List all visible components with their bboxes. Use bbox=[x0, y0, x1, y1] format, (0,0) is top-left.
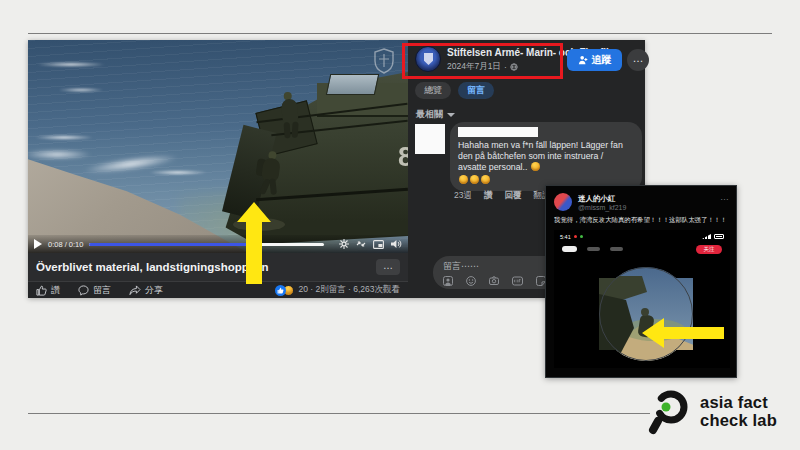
magnifier-logo-icon bbox=[648, 388, 692, 436]
comment-sort-dropdown[interactable]: 最相關 bbox=[416, 108, 455, 121]
tweet-avatar[interactable] bbox=[554, 193, 572, 211]
post-counts: 20 · 2則留言 · 6,263次觀看 bbox=[298, 284, 400, 296]
laughing-emoji bbox=[531, 162, 540, 171]
wave-foam bbox=[28, 150, 92, 159]
follow-person-icon bbox=[578, 55, 588, 65]
comment-like-link[interactable]: 讚 bbox=[484, 190, 493, 202]
annotation-arrow-left bbox=[642, 318, 724, 348]
afcl-logo: asia fact check lab bbox=[648, 386, 794, 438]
whitecap bbox=[58, 88, 104, 92]
facebook-video-player: 8 0:08 / 0:10 bbox=[28, 40, 408, 298]
laughing-emoji bbox=[481, 175, 490, 184]
top-divider bbox=[28, 33, 772, 34]
panel-tabs: 總覽 留言 bbox=[415, 82, 494, 99]
camera-icon[interactable] bbox=[489, 276, 499, 286]
censored-commenter-name bbox=[458, 127, 538, 137]
play-icon[interactable] bbox=[34, 239, 42, 249]
laughing-emoji bbox=[459, 175, 468, 184]
volume-icon[interactable] bbox=[391, 239, 402, 249]
comment-text: Hahaha men va f*n fäll läppen! Lägger fa… bbox=[458, 140, 634, 186]
share-button[interactable]: 分享 bbox=[129, 284, 163, 297]
whitecap bbox=[148, 170, 208, 175]
like-reaction-icon bbox=[275, 285, 286, 296]
video-title-bar: Överblivet material, landstigningshoppsa… bbox=[28, 253, 408, 281]
chevron-down-icon bbox=[447, 113, 455, 117]
miniplayer-icon[interactable] bbox=[356, 239, 366, 249]
video-time: 0:08 / 0:10 bbox=[48, 240, 83, 249]
comment-bubble: Hahaha men va f*n fäll läppen! Lägger fa… bbox=[450, 122, 642, 191]
boat-number: 8 bbox=[398, 142, 408, 173]
military-crest-watermark bbox=[373, 48, 395, 74]
tweet-display-name: 迷人的小紅 bbox=[578, 194, 616, 204]
header-more-button[interactable]: … bbox=[627, 49, 649, 71]
reaction-stats: 20 · 2則留言 · 6,263次觀看 bbox=[275, 284, 400, 296]
emoji-icon[interactable] bbox=[466, 276, 476, 286]
afcl-logo-text: asia fact check lab bbox=[700, 394, 777, 430]
bottom-divider bbox=[28, 413, 650, 414]
red-highlight-box bbox=[402, 43, 563, 79]
video-progress-bar[interactable] bbox=[89, 243, 324, 246]
censored-commenter-avatar bbox=[415, 124, 445, 154]
video-frame[interactable]: 8 bbox=[28, 40, 408, 253]
boat-windshield bbox=[326, 74, 380, 95]
post-action-bar: 讚 留言 分享 20 · 2則留言 · 6,263次觀看 bbox=[28, 281, 408, 298]
soldier-on-ramp bbox=[278, 91, 301, 136]
comment-reply-link[interactable]: 回覆 bbox=[504, 190, 521, 202]
tweet-video-attachment[interactable]: 5:41 关注 bbox=[554, 230, 730, 368]
gif-icon[interactable] bbox=[512, 276, 523, 286]
video-title: Överblivet material, landstigningshoppsa… bbox=[36, 261, 376, 273]
avatar-sticker-icon[interactable] bbox=[443, 276, 453, 286]
like-button[interactable]: 讚 bbox=[36, 284, 60, 297]
video-controls-bar: 0:08 / 0:10 bbox=[28, 235, 408, 253]
laughing-emoji bbox=[470, 175, 479, 184]
video-more-button[interactable]: … bbox=[376, 259, 400, 275]
whitecap bbox=[34, 135, 94, 140]
comment-button[interactable]: 留言 bbox=[78, 284, 111, 297]
follow-button[interactable]: 追蹤 bbox=[567, 49, 622, 71]
whitecap bbox=[36, 62, 106, 67]
tweet-handle: @missm_kf219 bbox=[578, 204, 626, 211]
tab-comments[interactable]: 留言 bbox=[458, 82, 494, 99]
settings-gear-icon[interactable] bbox=[339, 239, 349, 249]
picture-in-picture-icon[interactable] bbox=[373, 240, 384, 249]
tweet-more-button[interactable]: … bbox=[720, 192, 729, 202]
video-progress-played bbox=[89, 243, 253, 246]
tweet-text: 我觉得，湾湾反攻大陆真的有希望！！！这部队太强了！！！ bbox=[554, 216, 732, 225]
tab-overview[interactable]: 總覽 bbox=[415, 82, 451, 99]
annotation-arrow-up bbox=[237, 202, 271, 284]
comment-age: 23週 bbox=[454, 190, 472, 202]
fact-check-graphic: 8 0:08 / 0:10 bbox=[0, 0, 800, 450]
tweet-screenshot: 迷人的小紅 @missm_kf219 … 我觉得，湾湾反攻大陆真的有希望！！！这… bbox=[545, 185, 737, 378]
